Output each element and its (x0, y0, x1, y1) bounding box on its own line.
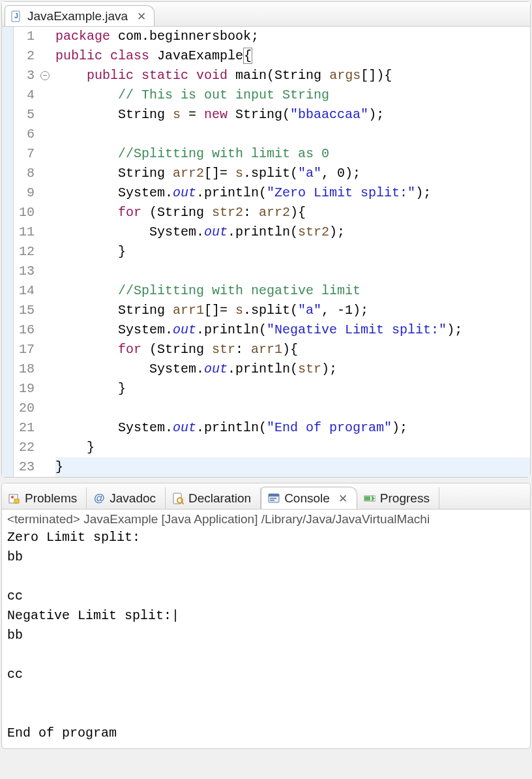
tab-declaration[interactable]: Declaration (166, 487, 261, 509)
code-line[interactable]: for (String str2: arr2){ (55, 203, 530, 222)
close-icon[interactable]: ✕ (133, 10, 146, 23)
tab-console[interactable]: Console ✕ (261, 487, 357, 510)
code-line[interactable] (55, 262, 530, 281)
line-number: 11 (14, 222, 35, 242)
code-line[interactable]: } (55, 242, 530, 262)
line-number: 8 (14, 164, 35, 183)
line-number: 9 (14, 183, 35, 203)
line-number: 20 (14, 399, 35, 418)
editor-tab-javaexample[interactable]: J JavaExample.java ✕ (5, 5, 155, 26)
line-number: 18 (14, 359, 35, 379)
code-line[interactable]: System.out.println("Negative Limit split… (55, 320, 530, 340)
line-number: 19 (14, 379, 35, 399)
console-output[interactable]: Zero Limit split: bb cc Negative Limit s… (2, 528, 530, 748)
code-line[interactable]: //Splitting with negative limit (55, 281, 530, 301)
declaration-icon (172, 493, 184, 504)
code-line[interactable]: String arr1[]= s.split("a", -1); (55, 301, 530, 320)
code-line[interactable]: String s = new String("bbaaccaa"); (55, 105, 530, 125)
left-ruler (2, 27, 14, 477)
code-line[interactable]: System.out.println("End of program"); (55, 418, 530, 438)
line-number: 4 (14, 85, 35, 105)
bottom-panel: Problems @ Javadoc Declaration (1, 483, 531, 749)
fold-toggle-icon[interactable]: − (40, 71, 50, 80)
line-number: 13 (14, 262, 35, 281)
code-line[interactable]: //Splitting with limit as 0 (55, 144, 530, 164)
line-number: 2 (14, 46, 35, 66)
tab-label: Declaration (188, 491, 251, 506)
svg-rect-9 (269, 494, 279, 496)
line-number: 5 (14, 105, 35, 125)
tab-problems[interactable]: Problems (2, 487, 87, 509)
svg-rect-11 (270, 500, 274, 501)
line-number: 21 (14, 418, 35, 438)
code-line[interactable]: System.out.println(str2); (55, 222, 530, 242)
problems-icon (8, 493, 20, 504)
tab-progress[interactable]: Progress (357, 487, 439, 509)
line-number: 10 (14, 203, 35, 222)
line-number-gutter: 1234567891011121314151617181920212223 (14, 27, 40, 477)
code-line[interactable] (55, 399, 530, 418)
code-line[interactable]: package com.beginnersbook; (55, 27, 530, 46)
line-number: 23 (14, 457, 35, 477)
tab-label: Javadoc (110, 491, 156, 506)
code-line[interactable]: System.out.println("Zero Limit split:"); (55, 183, 530, 203)
line-number: 1 (14, 27, 35, 46)
code-line[interactable]: } (55, 438, 530, 457)
tab-label: Console (284, 491, 330, 506)
editor-tab-label: JavaExample.java (27, 9, 128, 23)
line-number: 16 (14, 320, 35, 340)
svg-point-3 (11, 496, 14, 498)
bottom-tabbar: Problems @ Javadoc Declaration (2, 483, 530, 510)
javadoc-icon: @ (93, 493, 105, 504)
fold-column: − (40, 27, 52, 477)
code-line[interactable]: public static void main(String args[]){ (55, 66, 530, 85)
tab-label: Progress (380, 491, 430, 506)
java-file-icon: J (10, 10, 22, 22)
code-line[interactable] (55, 125, 530, 144)
code-body[interactable]: package com.beginnersbook;public class J… (52, 27, 530, 477)
code-editor[interactable]: 1234567891011121314151617181920212223 − … (2, 27, 530, 477)
svg-rect-10 (270, 498, 276, 499)
tab-javadoc[interactable]: @ Javadoc (87, 487, 166, 509)
editor-pane: J JavaExample.java ✕ 1234567891011121314… (1, 1, 531, 478)
code-line[interactable]: } (55, 379, 530, 399)
console-status: <terminated> JavaExample [Java Applicati… (2, 510, 530, 528)
code-line[interactable]: String arr2[]= s.split("a", 0); (55, 164, 530, 183)
progress-icon (364, 493, 376, 504)
line-number: 3 (14, 66, 35, 85)
close-icon[interactable]: ✕ (334, 492, 347, 506)
tab-label: Problems (25, 491, 77, 506)
svg-rect-4 (14, 499, 19, 503)
code-line[interactable]: public class JavaExample{ (55, 46, 530, 66)
svg-line-7 (182, 502, 184, 504)
line-number: 17 (14, 340, 35, 359)
svg-rect-13 (364, 496, 370, 500)
line-number: 14 (14, 281, 35, 301)
line-number: 6 (14, 125, 35, 144)
line-number: 7 (14, 144, 35, 164)
line-number: 12 (14, 242, 35, 262)
code-line[interactable]: // This is out input String (55, 85, 530, 105)
line-number: 15 (14, 301, 35, 320)
svg-text:J: J (14, 12, 18, 20)
code-line[interactable]: } (55, 457, 530, 477)
code-line[interactable]: System.out.println(str); (55, 359, 530, 379)
console-icon (268, 493, 280, 504)
line-number: 22 (14, 438, 35, 457)
code-line[interactable]: for (String str: arr1){ (55, 340, 530, 359)
editor-tabbar: J JavaExample.java ✕ (2, 2, 530, 27)
